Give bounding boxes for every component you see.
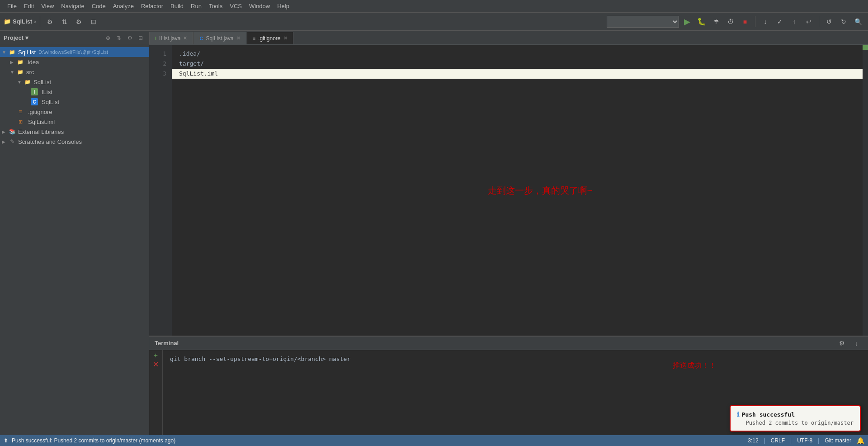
- status-sep2: |: [790, 437, 792, 444]
- status-line-ending[interactable]: CRLF: [771, 437, 785, 444]
- search-everywhere-button[interactable]: 🔍: [852, 15, 864, 28]
- status-push-icon: ⬆: [4, 437, 8, 444]
- toolbar-sep2: [755, 16, 755, 27]
- tree-item-sqllist-class[interactable]: C SqlList: [0, 97, 149, 107]
- notification-body: Pushed 2 commits to origin/master: [746, 420, 854, 426]
- sidebar-sort-button[interactable]: ⇅: [114, 33, 123, 43]
- line-numbers: 1 2 3: [149, 45, 172, 336]
- project-folder-icon: 📁: [4, 18, 11, 25]
- menu-edit[interactable]: Edit: [20, 2, 38, 10]
- tree-path-root: D:\windowsSelfFile\桌面\SqlList: [38, 49, 108, 56]
- code-text-3: SqlList.iml: [179, 69, 218, 79]
- tab-icon-ilist: I: [155, 36, 156, 41]
- tree-label-root: SqlList: [18, 49, 36, 56]
- status-encoding[interactable]: UTF-8: [797, 437, 812, 444]
- notification-popup: ℹ Push successful Pushed 2 commits to or…: [730, 405, 861, 432]
- vcs-push-button[interactable]: ↑: [788, 15, 801, 28]
- menu-build[interactable]: Build: [167, 2, 187, 10]
- menu-view[interactable]: View: [38, 2, 57, 10]
- code-text-2: target/: [179, 59, 204, 69]
- run-button[interactable]: ▶: [681, 15, 693, 28]
- debug-button[interactable]: 🐛: [695, 15, 708, 28]
- tree-item-gitignore[interactable]: ≡ .gitignore: [0, 107, 149, 117]
- tab-gitignore[interactable]: ≡ .gitignore ✕: [247, 32, 293, 44]
- line-num-1: 1: [149, 49, 172, 59]
- menu-refactor[interactable]: Refactor: [137, 2, 167, 10]
- tab-sqllist[interactable]: C SqlList.java ✕: [193, 32, 246, 44]
- menu-code[interactable]: Code: [88, 2, 109, 10]
- tree-label-idea: .idea: [26, 59, 39, 66]
- toolbar-separator: [40, 16, 40, 27]
- tree-item-sqllist-folder[interactable]: ▼ 📁 SqlList: [0, 77, 149, 87]
- status-git-branch[interactable]: Git: master: [825, 437, 851, 444]
- sidebar-collapse-button[interactable]: ⊟: [136, 33, 145, 43]
- terminal-settings-button[interactable]: ⚙: [835, 337, 848, 350]
- terminal-content[interactable]: git branch --set-upstream-to=origin/<bra…: [163, 350, 868, 435]
- tab-close-sqllist[interactable]: ✕: [236, 35, 241, 41]
- sort-button[interactable]: ⇅: [58, 15, 71, 28]
- status-position[interactable]: 3:12: [748, 437, 758, 444]
- coverage-button[interactable]: ☂: [710, 15, 722, 28]
- stop-button[interactable]: ■: [739, 15, 751, 28]
- menu-window[interactable]: Window: [245, 2, 274, 10]
- tree-item-root[interactable]: ▼ 📁 SqlList D:\windowsSelfFile\桌面\SqlLis…: [0, 47, 149, 57]
- arrow-icon: ▼: [10, 70, 16, 75]
- undo-button[interactable]: ↺: [823, 15, 835, 28]
- right-gutter: [863, 45, 868, 336]
- gutter-marker: [863, 45, 868, 50]
- notification-title: ℹ Push successful: [737, 411, 854, 418]
- tree-label-src: src: [26, 69, 34, 76]
- tab-close-gitignore[interactable]: ✕: [283, 35, 288, 41]
- tree-item-ext-libs[interactable]: ▶ 📚 External Libraries: [0, 127, 149, 137]
- settings-button[interactable]: ⚙: [73, 15, 85, 28]
- vcs-update-button[interactable]: ↓: [759, 15, 772, 28]
- menu-run[interactable]: Run: [187, 2, 205, 10]
- menu-vcs[interactable]: VCS: [226, 2, 245, 10]
- tab-label-sqllist: SqlList.java: [206, 35, 233, 42]
- menu-analyze[interactable]: Analyze: [109, 2, 137, 10]
- vcs-revert-button[interactable]: ↩: [802, 15, 815, 28]
- status-sep3: |: [818, 437, 819, 444]
- tree-item-ilist[interactable]: I IList: [0, 87, 149, 97]
- arrow-icon: ▼: [2, 50, 8, 55]
- editor-area: I IList.java ✕ C SqlList.java ✕ ≡ .gitig…: [149, 31, 868, 435]
- tree-item-scratches[interactable]: ▶ ✎ Scratches and Consoles: [0, 137, 149, 147]
- vcs-commit-button[interactable]: ✓: [774, 15, 786, 28]
- sidebar-settings-button[interactable]: ⚙: [125, 33, 134, 43]
- menu-tools[interactable]: Tools: [205, 2, 226, 10]
- terminal-download-button[interactable]: ↓: [850, 337, 863, 350]
- tree-item-src[interactable]: ▼ 📁 src: [0, 67, 149, 77]
- profile-button[interactable]: ⏱: [724, 15, 737, 28]
- menu-help[interactable]: Help: [274, 2, 293, 10]
- sidebar-add-button[interactable]: ⊕: [104, 33, 113, 43]
- terminal-add-button[interactable]: +: [154, 352, 158, 359]
- sidebar-title: Project ▾: [4, 34, 104, 41]
- tree-item-idea[interactable]: ▶ 📁 .idea: [0, 57, 149, 67]
- tab-ilist[interactable]: I IList.java ✕: [149, 32, 193, 44]
- tree-item-sqlist-iml[interactable]: ⊞ SqlList.iml: [0, 117, 149, 127]
- project-breadcrumb: 📁 SqlList ›: [4, 18, 36, 25]
- status-sep1: |: [764, 437, 765, 444]
- terminal-command-text: git branch --set-upstream-to=origin/<bra…: [170, 356, 350, 362]
- tab-close-ilist[interactable]: ✕: [183, 35, 187, 41]
- menu-file[interactable]: File: [4, 2, 20, 10]
- code-editor[interactable]: 1 2 3 .idea/ target/ SqlList.iml 走到这一步，真…: [149, 45, 868, 336]
- run-config-dropdown[interactable]: [607, 16, 679, 28]
- terminal-chinese-text: 推送成功！！: [673, 361, 716, 370]
- scratches-icon: ✎: [8, 138, 16, 145]
- tab-icon-sqllist: C: [199, 36, 203, 41]
- menu-navigate[interactable]: Navigate: [57, 2, 88, 10]
- git-icon: ≡: [16, 108, 24, 115]
- iml-icon: ⊞: [16, 118, 24, 125]
- collapse-button[interactable]: ⊟: [87, 15, 100, 28]
- arrow-icon: ▶: [10, 60, 16, 65]
- terminal-command-wrapper: git branch --set-upstream-to=origin/<bra…: [170, 356, 861, 362]
- terminal-command: git branch --set-upstream-to=origin/<bra…: [170, 356, 861, 362]
- toolbar-sep3: [819, 16, 819, 27]
- add-config-button[interactable]: ⚙: [44, 15, 57, 28]
- redo-button[interactable]: ↻: [837, 15, 850, 28]
- line-num-3: 3: [149, 69, 172, 79]
- arrow-icon: ▶: [2, 129, 8, 134]
- code-content[interactable]: .idea/ target/ SqlList.iml: [172, 45, 863, 336]
- terminal-close-button[interactable]: ✕: [153, 361, 159, 368]
